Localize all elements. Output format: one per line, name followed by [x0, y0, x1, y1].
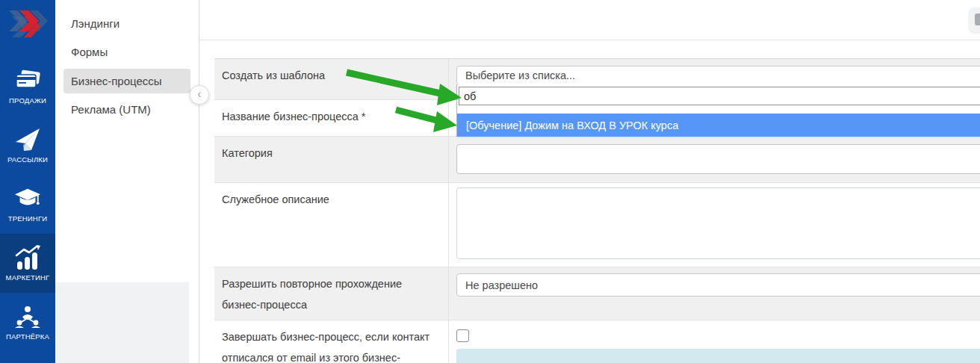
menu-item-landings[interactable]: Лэндинги	[63, 11, 190, 36]
chevrons-logo-icon	[7, 7, 48, 39]
repeat-pass-select[interactable]: Не разрешено	[456, 273, 980, 297]
menu-item-business-processes[interactable]: Бизнес-процессы	[63, 69, 190, 93]
sidebar-item-label: ТРЕНИНГИ	[8, 214, 48, 223]
template-select-value: Выберите из списка...	[465, 69, 575, 81]
field-label: Создать из шаблона	[214, 59, 449, 99]
dropdown-option-highlighted[interactable]: [Обучение] Дожим на ВХОД В УРОК курса	[457, 114, 980, 137]
template-search-input[interactable]	[459, 87, 980, 105]
chat-bubble-icon	[975, 13, 980, 25]
secondary-sidebar: Лэндинги Формы Бизнес-процессы Реклама (…	[55, 0, 199, 363]
template-select-dropdown: [Обучение] Дожим на ВХОД В УРОК курса	[456, 84, 980, 137]
app-logo[interactable]	[0, 0, 55, 46]
category-input[interactable]	[456, 144, 980, 174]
sidebar-item-affiliate[interactable]: ПАРТНЁРКА	[0, 293, 55, 352]
cards-icon	[14, 69, 41, 93]
field-label: Разрешить повторное прохождение бизнес-п…	[214, 267, 449, 320]
field-label: Завершать бизнес-процесс, если контакт о…	[214, 320, 449, 363]
repeat-pass-select-value: Не разрешено	[465, 279, 538, 291]
menu-item-ads-utm[interactable]: Реклама (UTM)	[63, 97, 190, 122]
paper-plane-icon	[14, 128, 41, 152]
chat-widget-button[interactable]	[969, 7, 980, 32]
people-network-icon	[14, 305, 41, 329]
sidebar-item-marketing[interactable]: МАРКЕТИНГ	[0, 234, 55, 293]
field-label: Служебное описание	[214, 183, 449, 267]
field-label: Категория	[214, 137, 449, 182]
sidebar-item-label: ПАРТНЁРКА	[6, 332, 49, 341]
finish-on-unsubscribe-checkbox[interactable]	[456, 329, 469, 342]
primary-sidebar: ПРОДАЖИ РАССЫЛКИ ТРЕНИНГИ	[0, 0, 55, 363]
sidebar-item-trainings[interactable]: ТРЕНИНГИ	[0, 175, 55, 234]
chevron-left-icon: ‹	[197, 88, 201, 100]
main-content: Создать из шаблона Название бизнес-проце…	[199, 0, 980, 363]
sidebar-lower-panel	[55, 282, 189, 363]
sidebar-item-label: РАССЫЛКИ	[7, 155, 48, 164]
sidebar-item-mailings[interactable]: РАССЫЛКИ	[0, 116, 55, 175]
menu-item-forms[interactable]: Формы	[63, 40, 190, 64]
template-select[interactable]: Выберите из списка...	[456, 66, 980, 85]
info-box	[456, 349, 980, 363]
top-toolbar	[199, 0, 980, 40]
sidebar-item-label: МАРКЕТИНГ	[6, 273, 50, 282]
graduation-cap-icon	[14, 187, 41, 211]
sidebar-item-label: ПРОДАЖИ	[9, 96, 46, 105]
sidebar-collapse-button[interactable]: ‹	[190, 85, 209, 105]
sidebar-item-sales[interactable]: ПРОДАЖИ	[0, 57, 55, 116]
sidebar-divider	[199, 0, 199, 363]
field-label: Название бизнес-процесса *	[214, 100, 449, 136]
bar-chart-icon	[14, 246, 41, 270]
service-description-textarea[interactable]	[456, 187, 980, 259]
